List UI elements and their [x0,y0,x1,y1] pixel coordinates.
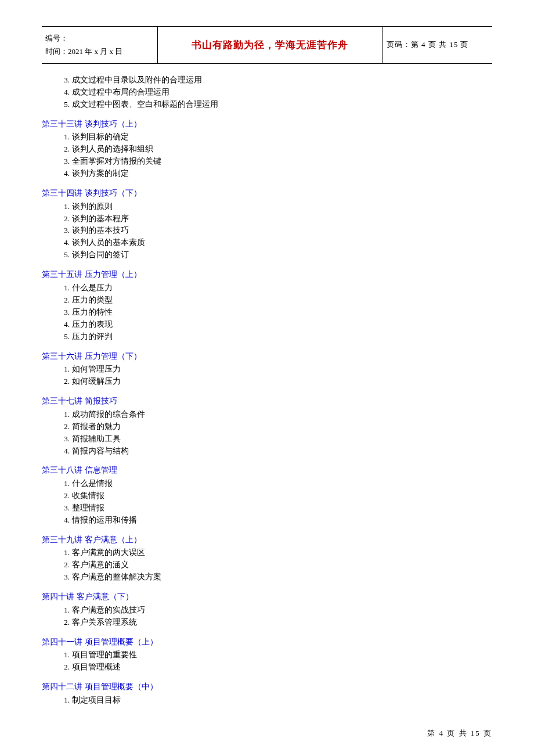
section-title: 第三十四讲 谈判技巧（下） [42,187,492,200]
doc-id: 编号： [45,31,154,45]
section-block: 1. 制定项目目标 [64,694,492,707]
list-item: 1. 成功简报的综合条件 [64,409,492,421]
section-title: 第三十七讲 简报技巧 [42,395,492,408]
list-item: 4. 情报的运用和传播 [64,514,492,527]
list-item: 4. 成文过程中布局的合理运用 [64,87,492,99]
section-block: 1. 成功简报的综合条件 2. 简报者的魅力 3. 简报辅助工具 4. 简报内容… [64,409,492,458]
list-item: 2. 收集情报 [64,490,492,502]
list-item: 1. 什么是情报 [64,478,492,490]
list-item: 3. 客户满意的整体解决方案 [64,571,492,584]
list-item: 1. 什么是压力 [64,282,492,294]
list-item: 2. 谈判的基本程序 [64,213,492,225]
section-title: 第三十九讲 客户满意（上） [42,534,492,546]
doc-time: 时间：2021 年 x 月 x 日 [45,45,154,58]
list-item: 5. 成文过程中图表、空白和标题的合理运用 [64,99,492,111]
list-item: 2. 项目管理概述 [64,661,492,674]
section-block: 1. 客户满意的两大误区 2. 客户满意的涵义 3. 客户满意的整体解决方案 [64,547,492,584]
header-meta: 编号： 时间：2021 年 x 月 x 日 [42,27,157,64]
section-block: 1. 如何管理压力 2. 如何缓解压力 [64,363,492,388]
list-item: 1. 谈判目标的确定 [64,131,492,143]
section-block: 1. 客户满意的实战技巧 2. 客户关系管理系统 [64,604,492,629]
document-body: 3. 成文过程中目录以及附件的合理运用 4. 成文过程中布局的合理运用 5. 成… [42,74,492,707]
list-item: 3. 全面掌握对方情报的关键 [64,156,492,168]
section-block: 1. 谈判的原则 2. 谈判的基本程序 3. 谈判的基本技巧 4. 谈判人员的基… [64,201,492,262]
list-item: 1. 谈判的原则 [64,201,492,213]
list-item: 3. 整理情报 [64,502,492,514]
list-item: 4. 谈判人员的基本素质 [64,237,492,249]
page-footer: 第 4 页 共 15 页 [427,728,492,739]
list-item: 1. 客户满意的两大误区 [64,547,492,559]
list-item: 2. 客户关系管理系统 [64,617,492,629]
section-block: 1. 什么是压力 2. 压力的类型 3. 压力的特性 4. 压力的表现 5. 压… [64,282,492,343]
list-item: 1. 如何管理压力 [64,363,492,376]
list-item: 1. 客户满意的实战技巧 [64,604,492,617]
list-item: 3. 成文过程中目录以及附件的合理运用 [64,74,492,87]
list-item: 2. 客户满意的涵义 [64,559,492,571]
section-block: 1. 什么是情报 2. 收集情报 3. 整理情报 4. 情报的运用和传播 [64,478,492,527]
section-title: 第四十讲 客户满意（下） [42,591,492,603]
list-item: 5. 谈判合同的签订 [64,249,492,261]
list-item: 1. 项目管理的重要性 [64,649,492,661]
section-block: 1. 谈判目标的确定 2. 谈判人员的选择和组织 3. 全面掌握对方情报的关键 … [64,131,492,180]
header-motto: 书山有路勤为径，学海无涯苦作舟 [157,27,383,64]
list-item: 5. 压力的评判 [64,331,492,343]
section-title: 第四十一讲 项目管理概要（上） [42,636,492,649]
list-item: 2. 谈判人员的选择和组织 [64,143,492,156]
section-title: 第三十三讲 谈判技巧（上） [42,118,492,131]
section-title: 第三十八讲 信息管理 [42,464,492,477]
list-item: 2. 压力的类型 [64,294,492,307]
list-item: 2. 如何缓解压力 [64,376,492,388]
section-block: 1. 项目管理的重要性 2. 项目管理概述 [64,649,492,674]
section-title: 第四十二讲 项目管理概要（中） [42,681,492,693]
header-page: 页码：第 4 页 共 15 页 [383,27,492,64]
list-item: 4. 谈判方案的制定 [64,168,492,180]
section-title: 第三十五讲 压力管理（上） [42,268,492,281]
list-item: 4. 简报内容与结构 [64,445,492,458]
pre-items-block: 3. 成文过程中目录以及附件的合理运用 4. 成文过程中布局的合理运用 5. 成… [64,74,492,111]
list-item: 3. 谈判的基本技巧 [64,225,492,237]
list-item: 3. 压力的特性 [64,307,492,319]
document-header: 编号： 时间：2021 年 x 月 x 日 书山有路勤为径，学海无涯苦作舟 页码… [42,26,492,64]
list-item: 1. 制定项目目标 [64,694,492,707]
list-item: 4. 压力的表现 [64,319,492,331]
list-item: 2. 简报者的魅力 [64,421,492,433]
section-title: 第三十六讲 压力管理（下） [42,350,492,363]
list-item: 3. 简报辅助工具 [64,433,492,445]
